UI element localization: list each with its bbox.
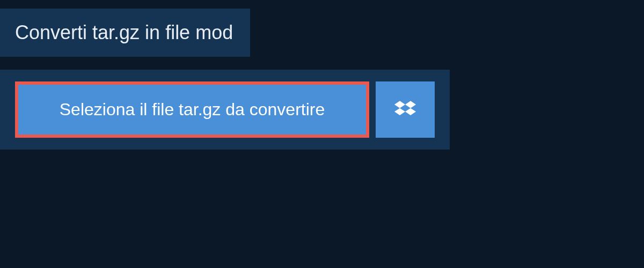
page-title: Converti tar.gz in file mod — [0, 9, 250, 57]
dropbox-button[interactable] — [376, 81, 435, 138]
upload-panel: Seleziona il file tar.gz da convertire — [0, 70, 450, 150]
select-file-button[interactable]: Seleziona il file tar.gz da convertire — [15, 81, 369, 138]
dropbox-icon — [394, 99, 416, 121]
